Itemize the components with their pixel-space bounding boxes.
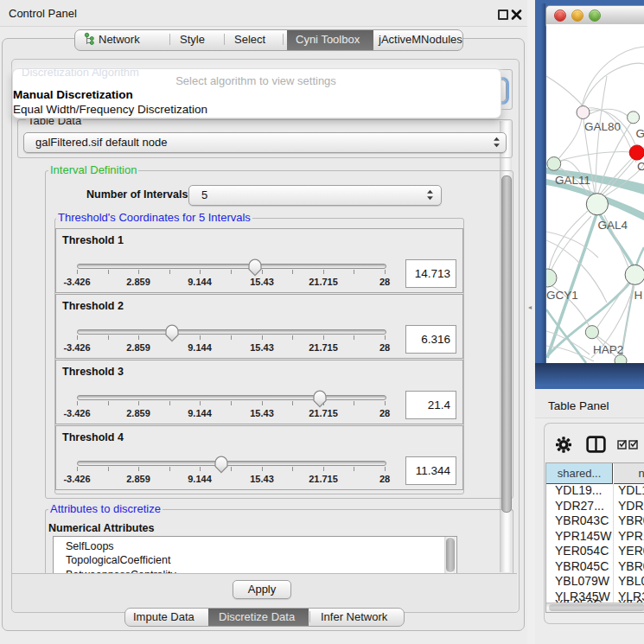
svg-text:C: C xyxy=(637,160,644,173)
svg-text:GAL11: GAL11 xyxy=(555,174,590,187)
svg-text:GA: GA xyxy=(636,127,644,140)
svg-text:GAL4: GAL4 xyxy=(598,219,628,232)
svg-text:GAL80: GAL80 xyxy=(584,120,621,133)
svg-text:GCY1: GCY1 xyxy=(546,289,578,302)
svg-text:HAP2: HAP2 xyxy=(593,343,623,356)
svg-text:H: H xyxy=(634,289,643,302)
